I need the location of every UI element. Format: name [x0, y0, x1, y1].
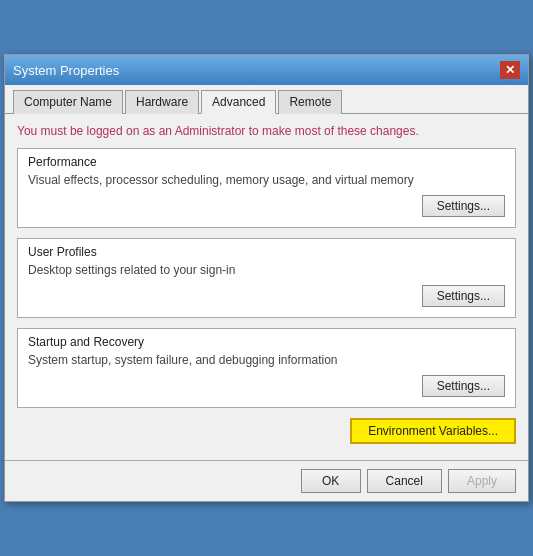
ok-button[interactable]: OK	[301, 469, 361, 493]
performance-section: Performance Visual effects, processor sc…	[17, 148, 516, 228]
tab-hardware[interactable]: Hardware	[125, 90, 199, 114]
tab-remote[interactable]: Remote	[278, 90, 342, 114]
title-bar: System Properties ✕	[5, 55, 528, 85]
startup-recovery-settings-button[interactable]: Settings...	[422, 375, 505, 397]
admin-notice: You must be logged on as an Administrato…	[17, 124, 516, 138]
tab-bar: Computer Name Hardware Advanced Remote	[5, 85, 528, 114]
tab-computer-name[interactable]: Computer Name	[13, 90, 123, 114]
performance-desc: Visual effects, processor scheduling, me…	[28, 173, 505, 187]
performance-settings-button[interactable]: Settings...	[422, 195, 505, 217]
startup-recovery-desc: System startup, system failure, and debu…	[28, 353, 505, 367]
close-button[interactable]: ✕	[500, 61, 520, 79]
dialog-title: System Properties	[13, 63, 119, 78]
system-properties-dialog: System Properties ✕ Computer Name Hardwa…	[4, 54, 529, 502]
tab-advanced[interactable]: Advanced	[201, 90, 276, 114]
cancel-button[interactable]: Cancel	[367, 469, 442, 493]
startup-recovery-section: Startup and Recovery System startup, sys…	[17, 328, 516, 408]
tab-content: You must be logged on as an Administrato…	[5, 114, 528, 460]
bottom-bar: OK Cancel Apply	[5, 460, 528, 501]
environment-variables-button[interactable]: Environment Variables...	[350, 418, 516, 444]
user-profiles-section: User Profiles Desktop settings related t…	[17, 238, 516, 318]
env-btn-row: Environment Variables...	[17, 418, 516, 444]
user-profiles-title: User Profiles	[28, 245, 505, 259]
apply-button[interactable]: Apply	[448, 469, 516, 493]
startup-recovery-title: Startup and Recovery	[28, 335, 505, 349]
user-profiles-desc: Desktop settings related to your sign-in	[28, 263, 505, 277]
performance-title: Performance	[28, 155, 505, 169]
user-profiles-settings-button[interactable]: Settings...	[422, 285, 505, 307]
